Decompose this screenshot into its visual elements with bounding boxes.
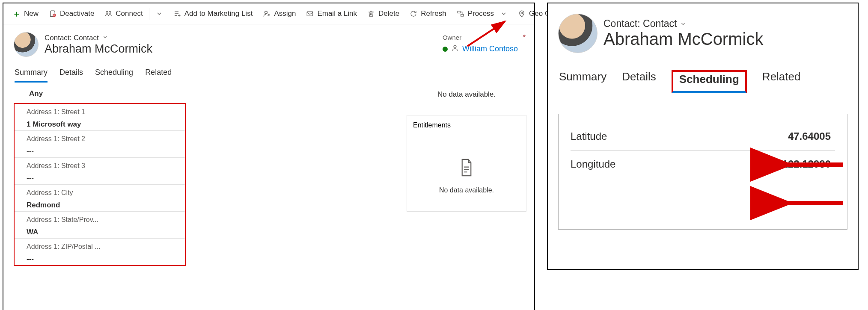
no-data-bottom: No data available. [439, 186, 494, 194]
svg-rect-4 [307, 12, 313, 16]
left-panel: ＋ New Deactivate Connect [3, 3, 535, 310]
field-label: Address 1: Street 2 [27, 135, 179, 143]
add-marketing-label: Add to Marketing List [184, 9, 253, 18]
field-value: WA [27, 224, 179, 236]
person-icon [451, 44, 459, 54]
tab-scheduling[interactable]: Scheduling [95, 68, 133, 83]
email-link-button[interactable]: Email a Link [302, 7, 361, 21]
document-icon [459, 158, 474, 179]
tab-related[interactable]: Related [145, 68, 172, 83]
svg-rect-6 [461, 15, 463, 17]
identity: Contact: Contact Abraham McCormick [14, 32, 152, 57]
delete-label: Delete [378, 9, 399, 18]
field-label: Address 1: Street 1 [27, 108, 179, 116]
chevron-down-icon [102, 34, 108, 42]
chevron-down-icon [500, 10, 508, 17]
process-label: Process [468, 9, 494, 18]
field-label: Address 1: ZIP/Postal ... [27, 243, 179, 251]
address-column: Any Address 1: Street 1 1 Microsoft way … [11, 84, 193, 266]
tab-summary[interactable]: Summary [559, 70, 606, 93]
required-asterisk: * [523, 34, 526, 41]
field-street1[interactable]: Address 1: Street 1 1 Microsoft way [15, 104, 185, 131]
right-panel: Contact: Contact Abraham McCormick Summa… [547, 3, 859, 270]
field-label: Address 1: State/Prov... [27, 216, 179, 224]
refresh-label: Refresh [421, 9, 446, 18]
field-value: --- [27, 251, 179, 263]
tabs-left: Summary Details Scheduling Related [3, 59, 534, 83]
refresh-icon [410, 10, 417, 18]
owner-label: Owner [443, 34, 461, 41]
no-data-top: No data available. [407, 84, 526, 105]
chevron-down-icon [155, 10, 163, 17]
assign-button[interactable]: Assign [259, 7, 300, 21]
tab-details[interactable]: Details [622, 70, 656, 93]
record-header-right: Contact: Contact Abraham McCormick [548, 3, 858, 56]
record-name: Abraham McCormick [603, 30, 763, 49]
record-name: Abraham McCormick [45, 42, 152, 56]
field-label: Address 1: City [27, 189, 179, 197]
entity-type-row[interactable]: Contact: Contact [45, 34, 152, 42]
refresh-button[interactable]: Refresh [405, 7, 451, 21]
entitlements-card: Entitlements No data available. [407, 115, 526, 212]
record-header: Contact: Contact Abraham McCormick Owner… [3, 24, 534, 59]
process-button[interactable]: Process [452, 7, 512, 21]
latitude-row[interactable]: Latitude 47.64005 [571, 123, 835, 151]
geo-pin-icon [518, 10, 526, 18]
svg-point-8 [454, 45, 456, 48]
svg-point-2 [109, 12, 111, 14]
connect-button[interactable]: Connect [100, 7, 147, 21]
coordinates-card: Latitude 47.64005 Longitude -122.12980 [558, 114, 847, 230]
field-zip[interactable]: Address 1: ZIP/Postal ... --- [15, 239, 185, 265]
assign-label: Assign [274, 9, 296, 18]
add-marketing-button[interactable]: Add to Marketing List [169, 7, 257, 21]
chevron-down-icon [680, 18, 686, 30]
tabs-right: Summary Details Scheduling Related [548, 56, 858, 93]
deactivate-button[interactable]: Deactivate [45, 7, 98, 21]
longitude-value: -122.12980 [779, 158, 835, 170]
new-button[interactable]: ＋ New [9, 7, 43, 21]
entity-type: Contact: Contact [603, 18, 677, 30]
tab-summary[interactable]: Summary [15, 68, 48, 83]
section-title: Any [11, 84, 193, 103]
field-state[interactable]: Address 1: State/Prov... WA [15, 212, 185, 239]
address-fields-highlight: Address 1: Street 1 1 Microsoft way Addr… [14, 103, 186, 266]
delete-button[interactable]: Delete [363, 7, 404, 21]
tab-scheduling-highlight[interactable]: Scheduling [672, 70, 747, 93]
owner-name: William Contoso [462, 44, 518, 53]
plus-icon: ＋ [13, 10, 21, 18]
longitude-label: Longitude [571, 158, 615, 170]
avatar [14, 32, 39, 57]
field-street2[interactable]: Address 1: Street 2 --- [15, 131, 185, 158]
field-city[interactable]: Address 1: City Redmond [15, 185, 185, 212]
tab-related[interactable]: Related [762, 70, 801, 93]
field-value: --- [27, 143, 179, 156]
field-label: Address 1: Street 3 [27, 162, 179, 170]
process-icon [457, 10, 464, 18]
connect-label: Connect [116, 9, 143, 18]
owner-value[interactable]: William Contoso [443, 44, 518, 54]
longitude-row[interactable]: Longitude -122.12980 [571, 151, 835, 178]
trash-icon [367, 10, 375, 18]
connect-icon [104, 10, 112, 18]
svg-point-3 [265, 11, 268, 14]
owner-block: Owner * William Contoso [443, 32, 526, 54]
email-link-label: Email a Link [317, 9, 357, 18]
entity-type-row[interactable]: Contact: Contact [603, 18, 763, 30]
side-column: No data available. Entitlements No data … [193, 84, 526, 266]
avatar [558, 14, 597, 53]
entitlements-title: Entitlements [413, 121, 451, 129]
entity-type: Contact: Contact [45, 34, 99, 42]
svg-point-1 [106, 12, 108, 14]
svg-rect-5 [458, 11, 460, 13]
body: Any Address 1: Street 1 1 Microsoft way … [3, 83, 534, 266]
command-bar: ＋ New Deactivate Connect [3, 3, 534, 24]
deactivate-icon [49, 10, 56, 18]
svg-point-7 [521, 12, 523, 14]
tab-details[interactable]: Details [59, 68, 83, 83]
field-street3[interactable]: Address 1: Street 3 --- [15, 158, 185, 185]
presence-available-icon [443, 47, 448, 52]
email-icon [306, 10, 314, 18]
connect-split[interactable] [149, 8, 167, 20]
deactivate-label: Deactivate [60, 9, 94, 18]
field-value: --- [27, 170, 179, 183]
